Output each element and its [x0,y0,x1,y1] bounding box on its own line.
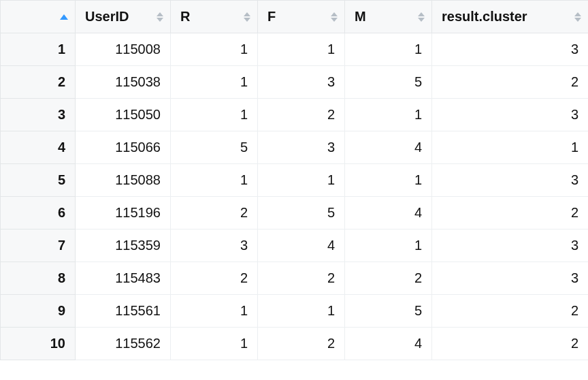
col-header-label: R [180,9,190,25]
table-row[interactable]: 51150881113 [1,164,589,197]
table-row[interactable]: 11150081113 [1,33,589,66]
table-row[interactable]: 31150501213 [1,99,589,131]
table-row[interactable]: 41150665341 [1,131,589,164]
data-table: UserID R F [0,0,588,360]
sort-icon[interactable] [244,12,250,22]
cell-f: 2 [258,328,345,360]
cell-userid: 115066 [76,131,171,164]
svg-marker-6 [331,18,338,22]
cell-m: 1 [345,33,432,66]
cell-m: 1 [345,164,432,197]
cell-f: 1 [258,164,345,197]
col-header-r[interactable]: R [171,1,258,33]
cell-cluster: 3 [432,33,589,66]
svg-marker-0 [60,14,68,20]
cell-m: 2 [345,262,432,295]
svg-marker-4 [244,18,250,22]
cell-r: 2 [171,262,258,295]
cell-f: 3 [258,66,345,99]
cell-r: 1 [171,328,258,360]
cell-index: 10 [1,328,76,360]
col-header-label: UserID [85,9,129,25]
cell-userid: 115561 [76,295,171,328]
cell-f: 1 [258,295,345,328]
cell-userid: 115050 [76,99,171,131]
col-header-label: M [355,9,366,25]
table: UserID R F [0,0,588,360]
table-row[interactable]: 71153593413 [1,229,589,262]
sort-icon[interactable] [331,12,338,22]
svg-marker-1 [157,12,163,16]
sort-icon[interactable] [157,12,163,22]
cell-m: 1 [345,99,432,131]
cell-m: 4 [345,131,432,164]
cell-m: 4 [345,328,432,360]
cell-r: 1 [171,164,258,197]
cell-userid: 115359 [76,229,171,262]
cell-index: 1 [1,33,76,66]
cell-userid: 115196 [76,197,171,229]
cell-cluster: 3 [432,164,589,197]
cell-r: 1 [171,295,258,328]
cell-f: 3 [258,131,345,164]
cell-cluster: 2 [432,295,589,328]
table-row[interactable]: 81154832223 [1,262,589,295]
svg-marker-9 [574,12,581,16]
cell-m: 5 [345,66,432,99]
cell-cluster: 2 [432,66,589,99]
col-header-index[interactable] [1,1,76,33]
table-header-row: UserID R F [1,1,589,33]
sort-icon[interactable] [574,12,581,22]
cell-index: 3 [1,99,76,131]
table-row[interactable]: 91155611152 [1,295,589,328]
col-header-label: result.cluster [442,9,527,25]
table-row[interactable]: 101155621242 [1,328,589,360]
cell-index: 4 [1,131,76,164]
cell-index: 5 [1,164,76,197]
cell-r: 2 [171,197,258,229]
cell-m: 5 [345,295,432,328]
cell-cluster: 3 [432,99,589,131]
cell-cluster: 3 [432,262,589,295]
cell-f: 5 [258,197,345,229]
svg-marker-5 [331,12,338,16]
sort-asc-active-icon[interactable] [60,14,68,20]
cell-r: 1 [171,66,258,99]
cell-r: 5 [171,131,258,164]
cell-r: 1 [171,33,258,66]
table-row[interactable]: 61151962542 [1,197,589,229]
cell-cluster: 2 [432,328,589,360]
col-header-m[interactable]: M [345,1,432,33]
col-header-cluster[interactable]: result.cluster [432,1,589,33]
col-header-userid[interactable]: UserID [76,1,171,33]
cell-userid: 115038 [76,66,171,99]
cell-cluster: 2 [432,197,589,229]
sort-icon[interactable] [418,12,425,22]
cell-index: 8 [1,262,76,295]
svg-marker-10 [574,18,581,22]
cell-cluster: 1 [432,131,589,164]
table-row[interactable]: 21150381352 [1,66,589,99]
cell-index: 7 [1,229,76,262]
cell-userid: 115008 [76,33,171,66]
cell-cluster: 3 [432,229,589,262]
cell-index: 6 [1,197,76,229]
cell-f: 2 [258,99,345,131]
cell-f: 1 [258,33,345,66]
col-header-label: F [267,9,276,25]
svg-marker-3 [244,12,250,16]
cell-r: 1 [171,99,258,131]
table-body: 1115008111321150381352311505012134115066… [1,33,589,360]
cell-userid: 115088 [76,164,171,197]
col-header-f[interactable]: F [258,1,345,33]
cell-r: 3 [171,229,258,262]
cell-index: 2 [1,66,76,99]
cell-f: 4 [258,229,345,262]
cell-userid: 115562 [76,328,171,360]
cell-m: 1 [345,229,432,262]
svg-marker-8 [418,18,425,22]
svg-marker-2 [157,18,163,22]
cell-userid: 115483 [76,262,171,295]
svg-marker-7 [418,12,425,16]
cell-index: 9 [1,295,76,328]
